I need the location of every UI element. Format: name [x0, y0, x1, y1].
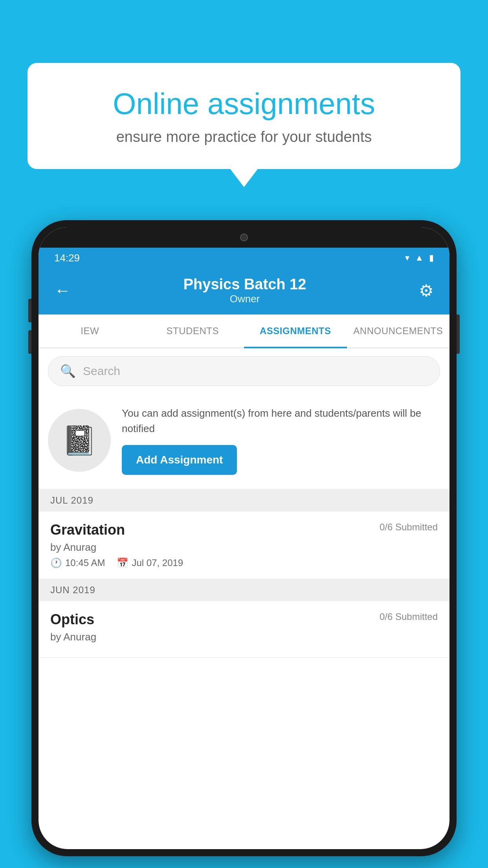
assignment-submitted-optics: 0/6 Submitted [380, 611, 438, 622]
month-separator-jun: JUN 2019 [39, 579, 449, 601]
signal-icon: ▲ [415, 253, 424, 263]
volume-down-button[interactable] [28, 330, 31, 354]
tabs-bar: IEW STUDENTS ASSIGNMENTS ANNOUNCEMENTS [39, 314, 449, 348]
assignment-time: 🕐 10:45 AM [50, 557, 105, 568]
assignment-author: by Anurag [50, 541, 438, 554]
tab-announcements[interactable]: ANNOUNCEMENTS [347, 314, 450, 348]
assignment-time-value: 10:45 AM [65, 557, 105, 568]
phone-notch [39, 227, 449, 248]
search-placeholder: Search [83, 364, 120, 378]
status-icons: ▾ ▲ ▮ [405, 253, 434, 263]
promo-section: 📓 You can add assignment(s) from here an… [39, 394, 449, 489]
assignment-name: Gravitation [50, 522, 125, 538]
promo-card: Online assignments ensure more practice … [28, 63, 460, 169]
assignment-item-gravitation[interactable]: Gravitation 0/6 Submitted by Anurag 🕐 10… [39, 511, 449, 579]
back-button[interactable]: ← [54, 281, 71, 300]
tab-students[interactable]: STUDENTS [141, 314, 244, 348]
batch-title: Physics Batch 12 [183, 276, 306, 293]
assignment-meta: 🕐 10:45 AM 📅 Jul 07, 2019 [50, 557, 438, 568]
battery-icon: ▮ [429, 253, 434, 263]
front-camera [240, 234, 248, 241]
power-button[interactable] [457, 314, 460, 354]
app-header: ← Physics Batch 12 Owner ⚙ [39, 268, 449, 314]
tab-iew[interactable]: IEW [39, 314, 141, 348]
phone-frame: 14:29 ▾ ▲ ▮ ← Physics Batch 12 Owner ⚙ I… [31, 220, 457, 856]
month-separator-jul: JUL 2019 [39, 489, 449, 511]
calendar-icon: 📅 [117, 557, 128, 568]
header-center: Physics Batch 12 Owner [183, 276, 306, 305]
search-container: 🔍 Search [39, 348, 449, 394]
promo-subtitle: ensure more practice for your students [55, 129, 433, 145]
phone-screen: 14:29 ▾ ▲ ▮ ← Physics Batch 12 Owner ⚙ I… [39, 227, 449, 849]
assignment-name-optics: Optics [50, 611, 94, 628]
assignment-date-value: Jul 07, 2019 [132, 557, 183, 568]
promo-description: You can add assignment(s) from here and … [122, 406, 440, 436]
search-icon: 🔍 [60, 364, 76, 379]
notch-cutout [209, 227, 279, 248]
tab-assignments[interactable]: ASSIGNMENTS [244, 314, 347, 348]
speech-bubble: Online assignments ensure more practice … [28, 63, 460, 169]
assignment-top-optics: Optics 0/6 Submitted [50, 611, 438, 628]
wifi-icon: ▾ [405, 253, 409, 263]
clock-icon: 🕐 [50, 557, 62, 568]
add-assignment-button[interactable]: Add Assignment [122, 445, 237, 475]
assignment-author-optics: by Anurag [50, 631, 438, 643]
assignment-submitted: 0/6 Submitted [380, 522, 438, 533]
assignment-date: 📅 Jul 07, 2019 [117, 557, 183, 568]
assignment-icon-circle: 📓 [48, 409, 111, 472]
promo-content: You can add assignment(s) from here and … [122, 406, 440, 475]
notebook-icon: 📓 [62, 424, 97, 457]
assignment-top: Gravitation 0/6 Submitted [50, 522, 438, 538]
status-time: 14:29 [54, 252, 80, 264]
status-bar: 14:29 ▾ ▲ ▮ [39, 248, 449, 268]
promo-title: Online assignments [55, 86, 433, 121]
settings-button[interactable]: ⚙ [419, 281, 434, 300]
search-bar[interactable]: 🔍 Search [48, 356, 440, 386]
volume-up-button[interactable] [28, 299, 31, 322]
batch-role: Owner [183, 293, 306, 305]
assignment-item-optics[interactable]: Optics 0/6 Submitted by Anurag [39, 601, 449, 658]
